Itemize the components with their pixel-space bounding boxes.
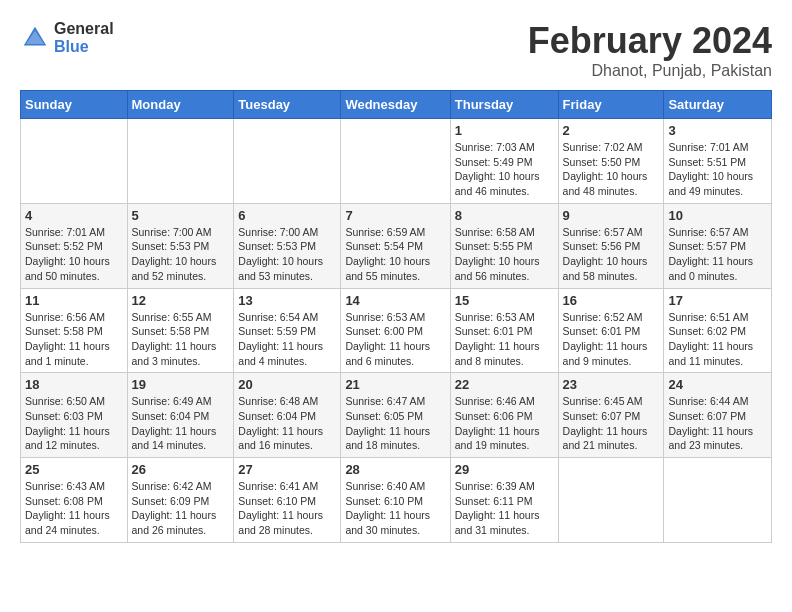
- day-info: Sunrise: 6:54 AMSunset: 5:59 PMDaylight:…: [238, 310, 336, 369]
- day-info: Sunrise: 6:41 AMSunset: 6:10 PMDaylight:…: [238, 479, 336, 538]
- calendar-cell: 1Sunrise: 7:03 AMSunset: 5:49 PMDaylight…: [450, 119, 558, 204]
- day-number: 18: [25, 377, 123, 392]
- day-number: 6: [238, 208, 336, 223]
- weekday-header: Monday: [127, 91, 234, 119]
- day-number: 26: [132, 462, 230, 477]
- calendar-cell: 8Sunrise: 6:58 AMSunset: 5:55 PMDaylight…: [450, 203, 558, 288]
- day-info: Sunrise: 6:47 AMSunset: 6:05 PMDaylight:…: [345, 394, 445, 453]
- day-info: Sunrise: 6:42 AMSunset: 6:09 PMDaylight:…: [132, 479, 230, 538]
- day-number: 1: [455, 123, 554, 138]
- day-info: Sunrise: 6:57 AMSunset: 5:56 PMDaylight:…: [563, 225, 660, 284]
- calendar-cell: 10Sunrise: 6:57 AMSunset: 5:57 PMDayligh…: [664, 203, 772, 288]
- logo: General Blue: [20, 20, 114, 55]
- calendar-cell: 20Sunrise: 6:48 AMSunset: 6:04 PMDayligh…: [234, 373, 341, 458]
- page-header: General Blue February 2024 Dhanot, Punja…: [20, 20, 772, 80]
- day-number: 27: [238, 462, 336, 477]
- calendar-cell: [127, 119, 234, 204]
- day-number: 4: [25, 208, 123, 223]
- logo-icon: [20, 23, 50, 53]
- calendar-cell: 6Sunrise: 7:00 AMSunset: 5:53 PMDaylight…: [234, 203, 341, 288]
- calendar-week-row: 1Sunrise: 7:03 AMSunset: 5:49 PMDaylight…: [21, 119, 772, 204]
- day-info: Sunrise: 6:56 AMSunset: 5:58 PMDaylight:…: [25, 310, 123, 369]
- day-number: 9: [563, 208, 660, 223]
- day-number: 3: [668, 123, 767, 138]
- calendar-cell: 11Sunrise: 6:56 AMSunset: 5:58 PMDayligh…: [21, 288, 128, 373]
- page-subtitle: Dhanot, Punjab, Pakistan: [528, 62, 772, 80]
- calendar-cell: [234, 119, 341, 204]
- day-number: 29: [455, 462, 554, 477]
- day-number: 17: [668, 293, 767, 308]
- logo-blue-text: Blue: [54, 38, 114, 56]
- calendar-cell: [21, 119, 128, 204]
- day-info: Sunrise: 6:39 AMSunset: 6:11 PMDaylight:…: [455, 479, 554, 538]
- day-info: Sunrise: 6:52 AMSunset: 6:01 PMDaylight:…: [563, 310, 660, 369]
- calendar-cell: 19Sunrise: 6:49 AMSunset: 6:04 PMDayligh…: [127, 373, 234, 458]
- weekday-header: Thursday: [450, 91, 558, 119]
- day-info: Sunrise: 6:40 AMSunset: 6:10 PMDaylight:…: [345, 479, 445, 538]
- calendar-cell: 17Sunrise: 6:51 AMSunset: 6:02 PMDayligh…: [664, 288, 772, 373]
- calendar-cell: [664, 458, 772, 543]
- day-info: Sunrise: 7:01 AMSunset: 5:52 PMDaylight:…: [25, 225, 123, 284]
- calendar-cell: 29Sunrise: 6:39 AMSunset: 6:11 PMDayligh…: [450, 458, 558, 543]
- day-info: Sunrise: 6:50 AMSunset: 6:03 PMDaylight:…: [25, 394, 123, 453]
- day-info: Sunrise: 6:48 AMSunset: 6:04 PMDaylight:…: [238, 394, 336, 453]
- calendar-week-row: 4Sunrise: 7:01 AMSunset: 5:52 PMDaylight…: [21, 203, 772, 288]
- day-info: Sunrise: 6:57 AMSunset: 5:57 PMDaylight:…: [668, 225, 767, 284]
- calendar-cell: 25Sunrise: 6:43 AMSunset: 6:08 PMDayligh…: [21, 458, 128, 543]
- calendar-cell: 12Sunrise: 6:55 AMSunset: 5:58 PMDayligh…: [127, 288, 234, 373]
- day-info: Sunrise: 6:51 AMSunset: 6:02 PMDaylight:…: [668, 310, 767, 369]
- day-number: 12: [132, 293, 230, 308]
- calendar-cell: 7Sunrise: 6:59 AMSunset: 5:54 PMDaylight…: [341, 203, 450, 288]
- calendar-cell: 18Sunrise: 6:50 AMSunset: 6:03 PMDayligh…: [21, 373, 128, 458]
- page-title: February 2024: [528, 20, 772, 62]
- day-number: 23: [563, 377, 660, 392]
- calendar-cell: 21Sunrise: 6:47 AMSunset: 6:05 PMDayligh…: [341, 373, 450, 458]
- day-number: 20: [238, 377, 336, 392]
- day-number: 21: [345, 377, 445, 392]
- weekday-header: Wednesday: [341, 91, 450, 119]
- calendar-cell: 24Sunrise: 6:44 AMSunset: 6:07 PMDayligh…: [664, 373, 772, 458]
- weekday-header-row: SundayMondayTuesdayWednesdayThursdayFrid…: [21, 91, 772, 119]
- day-number: 11: [25, 293, 123, 308]
- weekday-header: Saturday: [664, 91, 772, 119]
- day-info: Sunrise: 6:44 AMSunset: 6:07 PMDaylight:…: [668, 394, 767, 453]
- logo-general-text: General: [54, 20, 114, 38]
- day-number: 15: [455, 293, 554, 308]
- day-number: 19: [132, 377, 230, 392]
- day-number: 7: [345, 208, 445, 223]
- day-number: 10: [668, 208, 767, 223]
- calendar-week-row: 11Sunrise: 6:56 AMSunset: 5:58 PMDayligh…: [21, 288, 772, 373]
- weekday-header: Friday: [558, 91, 664, 119]
- calendar-cell: [558, 458, 664, 543]
- day-number: 28: [345, 462, 445, 477]
- calendar-cell: 9Sunrise: 6:57 AMSunset: 5:56 PMDaylight…: [558, 203, 664, 288]
- day-info: Sunrise: 6:55 AMSunset: 5:58 PMDaylight:…: [132, 310, 230, 369]
- calendar-cell: [341, 119, 450, 204]
- day-number: 22: [455, 377, 554, 392]
- day-number: 5: [132, 208, 230, 223]
- calendar-cell: 27Sunrise: 6:41 AMSunset: 6:10 PMDayligh…: [234, 458, 341, 543]
- calendar-table: SundayMondayTuesdayWednesdayThursdayFrid…: [20, 90, 772, 543]
- day-number: 24: [668, 377, 767, 392]
- calendar-cell: 2Sunrise: 7:02 AMSunset: 5:50 PMDaylight…: [558, 119, 664, 204]
- day-number: 25: [25, 462, 123, 477]
- calendar-week-row: 25Sunrise: 6:43 AMSunset: 6:08 PMDayligh…: [21, 458, 772, 543]
- day-number: 16: [563, 293, 660, 308]
- calendar-cell: 5Sunrise: 7:00 AMSunset: 5:53 PMDaylight…: [127, 203, 234, 288]
- title-section: February 2024 Dhanot, Punjab, Pakistan: [528, 20, 772, 80]
- calendar-cell: 15Sunrise: 6:53 AMSunset: 6:01 PMDayligh…: [450, 288, 558, 373]
- day-info: Sunrise: 7:00 AMSunset: 5:53 PMDaylight:…: [132, 225, 230, 284]
- day-number: 8: [455, 208, 554, 223]
- calendar-cell: 22Sunrise: 6:46 AMSunset: 6:06 PMDayligh…: [450, 373, 558, 458]
- day-info: Sunrise: 6:59 AMSunset: 5:54 PMDaylight:…: [345, 225, 445, 284]
- calendar-week-row: 18Sunrise: 6:50 AMSunset: 6:03 PMDayligh…: [21, 373, 772, 458]
- logo-text: General Blue: [54, 20, 114, 55]
- day-info: Sunrise: 6:43 AMSunset: 6:08 PMDaylight:…: [25, 479, 123, 538]
- calendar-cell: 3Sunrise: 7:01 AMSunset: 5:51 PMDaylight…: [664, 119, 772, 204]
- day-info: Sunrise: 7:02 AMSunset: 5:50 PMDaylight:…: [563, 140, 660, 199]
- day-number: 2: [563, 123, 660, 138]
- day-info: Sunrise: 6:58 AMSunset: 5:55 PMDaylight:…: [455, 225, 554, 284]
- day-info: Sunrise: 6:49 AMSunset: 6:04 PMDaylight:…: [132, 394, 230, 453]
- day-number: 14: [345, 293, 445, 308]
- calendar-cell: 26Sunrise: 6:42 AMSunset: 6:09 PMDayligh…: [127, 458, 234, 543]
